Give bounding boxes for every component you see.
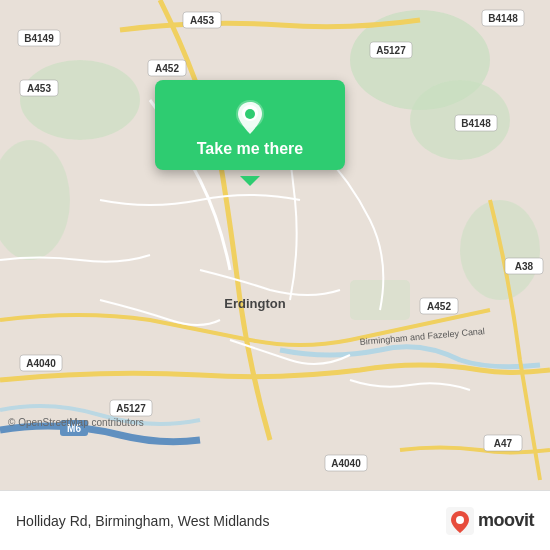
svg-point-3 — [20, 60, 140, 140]
moovit-text: moovit — [478, 510, 534, 531]
svg-rect-6 — [350, 280, 410, 320]
svg-text:A452: A452 — [427, 301, 451, 312]
svg-text:B4149: B4149 — [24, 33, 54, 44]
svg-text:A453: A453 — [190, 15, 214, 26]
popup-label: Take me there — [197, 140, 303, 158]
map-container: A453 A452 A453 A5127 B4148 B4148 B4149 A… — [0, 0, 550, 490]
svg-text:A38: A38 — [515, 261, 534, 272]
svg-text:A452: A452 — [155, 63, 179, 74]
svg-point-41 — [456, 516, 464, 524]
address-text: Holliday Rd, Birmingham, West Midlands — [16, 513, 269, 529]
moovit-logo: moovit — [446, 507, 534, 535]
svg-text:A453: A453 — [27, 83, 51, 94]
copyright-text: © OpenStreetMap contributors — [8, 417, 144, 428]
moovit-icon — [446, 507, 474, 535]
svg-text:B4148: B4148 — [461, 118, 491, 129]
svg-text:A4040: A4040 — [26, 358, 56, 369]
svg-text:A47: A47 — [494, 438, 513, 449]
svg-point-39 — [245, 109, 255, 119]
svg-text:A5127: A5127 — [116, 403, 146, 414]
svg-text:A5127: A5127 — [376, 45, 406, 56]
bottom-bar: Holliday Rd, Birmingham, West Midlands m… — [0, 490, 550, 550]
svg-text:A4040: A4040 — [331, 458, 361, 469]
svg-text:Erdington: Erdington — [224, 296, 285, 311]
svg-text:B4148: B4148 — [488, 13, 518, 24]
location-pin-icon — [232, 98, 268, 134]
map-popup[interactable]: Take me there — [155, 80, 345, 170]
